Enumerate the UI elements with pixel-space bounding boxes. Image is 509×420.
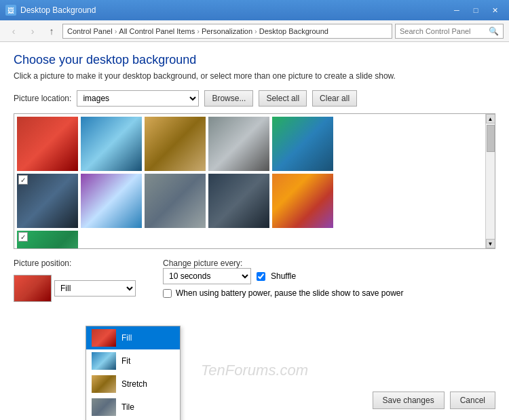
battery-label: When using battery power, pause the slid… xyxy=(176,288,404,298)
image-cell[interactable] xyxy=(272,174,333,228)
position-select[interactable]: Fill Fit Stretch Tile Center xyxy=(54,280,136,297)
watermark: TenForums.com xyxy=(201,362,308,379)
image-cell[interactable]: ✓ xyxy=(17,231,78,248)
window-controls: ─ □ ✕ xyxy=(448,3,504,18)
check-icon: ✓ xyxy=(18,232,28,242)
scroll-down-button[interactable]: ▼ xyxy=(486,239,495,248)
dropdown-item-label: Tile xyxy=(121,402,134,412)
maximize-button[interactable]: □ xyxy=(467,3,485,18)
app-icon: 🖼 xyxy=(5,5,16,16)
select-all-button[interactable]: Select all xyxy=(259,90,307,107)
image-cell[interactable] xyxy=(208,174,269,228)
path-personalization: Personalization xyxy=(202,27,252,35)
position-preview-row: Fill Fit Stretch Tile Center xyxy=(14,275,136,302)
dropdown-item-label: Fill xyxy=(121,333,132,343)
path-current: Desktop Background xyxy=(259,27,328,35)
dropdown-item-stretch[interactable]: Stretch xyxy=(86,373,180,396)
back-button[interactable]: ‹ xyxy=(5,23,22,39)
forward-button[interactable]: › xyxy=(24,23,41,39)
image-cell[interactable] xyxy=(17,117,78,171)
dropdown-item-tile[interactable]: Tile xyxy=(86,396,180,419)
image-cell[interactable] xyxy=(81,117,142,171)
image-cell[interactable]: ✓ xyxy=(17,174,78,228)
change-picture-label: Change picture every: xyxy=(163,259,242,268)
search-input[interactable] xyxy=(400,27,486,35)
image-cell[interactable] xyxy=(145,117,206,171)
search-icon: 🔍 xyxy=(489,26,499,36)
interval-select[interactable]: 10 seconds 30 seconds 1 minute 6 minutes… xyxy=(163,268,251,284)
image-cell[interactable] xyxy=(272,117,333,171)
page-title: Choose your desktop background xyxy=(14,53,495,67)
dropdown-item-fill[interactable]: Fill xyxy=(86,326,180,349)
path-control-panel: Control Panel xyxy=(67,27,113,35)
dropdown-item-fit[interactable]: Fit xyxy=(86,349,180,373)
check-icon: ✓ xyxy=(18,175,28,185)
picture-location-select[interactable]: images xyxy=(77,90,199,107)
minimize-button[interactable]: ─ xyxy=(448,3,466,18)
address-bar: ‹ › ↑ Control Panel › All Control Panel … xyxy=(0,20,509,42)
address-path[interactable]: Control Panel › All Control Panel Items … xyxy=(62,24,392,39)
position-label: Picture position: xyxy=(14,259,136,268)
main-content: Choose your desktop background Click a p… xyxy=(0,42,509,420)
page-subtitle: Click a picture to make it your desktop … xyxy=(14,71,495,81)
save-changes-button[interactable]: Save changes xyxy=(373,392,445,409)
scroll-up-button[interactable]: ▲ xyxy=(486,114,495,123)
image-grid: ✓ ✓ xyxy=(14,114,485,248)
bottom-controls: Picture position: Fill Fit Stretch Tile … xyxy=(14,259,495,302)
position-preview-image xyxy=(14,275,52,302)
up-button[interactable]: ↑ xyxy=(43,23,60,39)
dropdown-item-label: Fit xyxy=(121,356,130,366)
shuffle-checkbox[interactable] xyxy=(257,272,265,281)
picture-location-label: Picture location: xyxy=(14,94,71,103)
change-picture-section: Change picture every: 10 seconds 30 seco… xyxy=(163,259,495,298)
clear-all-button[interactable]: Clear all xyxy=(312,90,357,107)
position-dropdown[interactable]: Fill Fit Stretch Tile Center xyxy=(86,326,181,420)
battery-row: When using battery power, pause the slid… xyxy=(163,288,495,298)
picture-location-row: Picture location: images Browse... Selec… xyxy=(14,90,495,107)
image-cell[interactable] xyxy=(81,174,142,228)
position-section: Picture position: Fill Fit Stretch Tile … xyxy=(14,259,136,302)
scroll-thumb[interactable] xyxy=(487,125,495,152)
window-title: Desktop Background xyxy=(20,5,448,15)
cancel-button[interactable]: Cancel xyxy=(450,392,495,409)
shuffle-label: Shuffle xyxy=(271,271,296,281)
close-button[interactable]: ✕ xyxy=(486,3,504,18)
dropdown-item-label: Stretch xyxy=(121,379,147,389)
title-bar: 🖼 Desktop Background ─ □ ✕ xyxy=(0,0,509,20)
scrollbar[interactable]: ▲ ▼ xyxy=(485,114,495,248)
action-row: Save changes Cancel xyxy=(373,392,495,409)
image-cell[interactable] xyxy=(208,117,269,171)
change-picture-row: 10 seconds 30 seconds 1 minute 6 minutes… xyxy=(163,268,495,284)
search-box: 🔍 xyxy=(395,24,504,39)
browse-button[interactable]: Browse... xyxy=(204,90,253,107)
image-cell[interactable] xyxy=(145,174,206,228)
path-all-items: All Control Panel Items xyxy=(119,27,195,35)
image-grid-container: ✓ ✓ ▲ ▼ xyxy=(14,113,495,249)
battery-checkbox[interactable] xyxy=(163,289,172,298)
